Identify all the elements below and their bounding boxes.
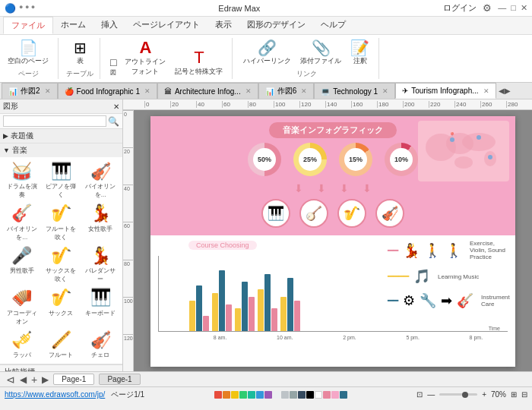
settings-icon[interactable]: ⚙ xyxy=(483,2,492,14)
shape-cello[interactable]: 🎻 チェロ xyxy=(81,329,119,361)
doc-tab-4[interactable]: 💻 Technology 1 ✕ xyxy=(314,83,395,99)
vertical-ruler: 0 20 40 60 80 100 120 xyxy=(123,110,134,371)
flute2-icon: 🪈 xyxy=(51,330,71,350)
swatch-gray[interactable] xyxy=(290,391,297,399)
view-icon-1[interactable]: ⊞ xyxy=(511,390,517,399)
swatch-silver[interactable] xyxy=(281,391,289,399)
swatch-white[interactable] xyxy=(315,391,322,399)
tab-help[interactable]: ヘルプ xyxy=(313,17,353,34)
shape-keyboard[interactable]: 🎹 キーボード xyxy=(81,286,119,326)
login-button[interactable]: ログイン xyxy=(443,2,477,14)
tab-file[interactable]: ファイル xyxy=(3,17,53,34)
page-nav-prev[interactable]: ◀ xyxy=(20,374,27,385)
tab-page-layout[interactable]: ページレイアウト xyxy=(125,17,207,34)
shape-trumpet[interactable]: 🎺 ラッパ xyxy=(3,329,41,361)
shape-button[interactable]: □ 図 xyxy=(108,55,119,78)
section-header-music[interactable]: ▼ 音楽 xyxy=(0,144,122,157)
swatch-green[interactable] xyxy=(239,391,247,399)
swatch-pink[interactable] xyxy=(323,391,331,399)
swatch-lightpink[interactable] xyxy=(331,391,339,399)
zoom-thumb xyxy=(462,392,468,398)
swatch-teal2[interactable] xyxy=(340,391,347,399)
swatch-black[interactable] xyxy=(306,391,314,399)
close-tab-0[interactable]: ✕ xyxy=(45,87,51,95)
instrument-sax: 🎷 xyxy=(337,199,366,228)
shape-icon: □ xyxy=(110,56,116,68)
panel-comparison[interactable]: 比較指標 xyxy=(0,365,122,371)
swatch-teal[interactable] xyxy=(248,391,255,399)
window-controls[interactable]: — □ ✕ xyxy=(498,3,527,13)
shape-male-singer[interactable]: 🎤 男性歌手 xyxy=(3,244,41,285)
section-header-title[interactable]: ▶ 表題儀 xyxy=(0,129,122,143)
shape-flute2[interactable]: 🪈 フルート xyxy=(43,329,81,361)
canvas-page[interactable]: 音楽インフォグラフィック 50% 25% 15% xyxy=(150,116,515,367)
search-input[interactable] xyxy=(3,115,106,127)
doc-tab-5[interactable]: ✈ Tourism Infograph... ✕ xyxy=(395,83,496,99)
zoom-slider[interactable] xyxy=(439,393,477,396)
page-tab-1[interactable]: Page-1 xyxy=(53,374,94,385)
doc-tab-1[interactable]: 🍎 Food Infographic 1 ✕ xyxy=(58,83,157,99)
group-insert: □ 図 A アウトラインフォント T 記号と特殊文字 xyxy=(108,38,233,79)
add-page-plus[interactable]: + xyxy=(31,374,37,386)
view-icon-2[interactable]: ⊟ xyxy=(521,390,527,399)
table-button[interactable]: ⊞ 表 xyxy=(68,39,91,68)
close-tab-1[interactable]: ✕ xyxy=(144,87,150,95)
swatch-red[interactable] xyxy=(214,391,222,399)
fit-page-icon[interactable]: ⊡ xyxy=(416,390,423,399)
swatch-purple[interactable] xyxy=(264,391,272,399)
shape-violin[interactable]: 🎻 バイオリンを... xyxy=(81,160,119,200)
annotation-button[interactable]: 📝 注釈 xyxy=(347,39,372,68)
male-singer-icon: 🎤 xyxy=(11,246,32,266)
close-tab-4[interactable]: ✕ xyxy=(382,87,388,95)
arrow-right-icon: ➡ xyxy=(441,292,452,309)
swatch-orange[interactable] xyxy=(223,391,230,399)
section-arrow-music: ▼ xyxy=(3,147,10,154)
page-tab-2[interactable]: Page-1 xyxy=(99,374,140,385)
maximize-icon[interactable]: □ xyxy=(511,3,516,13)
doc-tab-2[interactable]: 🏛 Architecture Infog... ✕ xyxy=(157,83,258,99)
new-page-button[interactable]: 📄 空白のページ xyxy=(5,39,52,68)
swatch-light[interactable] xyxy=(273,391,280,399)
add-page-button[interactable]: ⊲ xyxy=(6,374,15,386)
shape-violin2[interactable]: 🎸 バイオリンを... xyxy=(3,202,41,242)
shape-dancer[interactable]: 💃 バレダンサー xyxy=(81,244,119,285)
statusbar-url[interactable]: https://www.edrawsoft.com/jp/ xyxy=(5,390,105,399)
outline-font-button[interactable]: A アウトラインフォント xyxy=(122,38,169,78)
shape-piano[interactable]: 🎹 ピアノを弾く xyxy=(43,160,81,200)
hyperlink-icon: 🔗 xyxy=(258,40,277,55)
doc-tab-3[interactable]: 📊 作図6 ✕ xyxy=(258,83,315,99)
statusbar-right: ⊡ — + 70% ⊞ ⊟ xyxy=(416,390,527,399)
shape-sax2[interactable]: 🎷 サックス xyxy=(43,286,81,326)
tab-home[interactable]: ホーム xyxy=(53,17,93,34)
search-icon[interactable]: 🔍 xyxy=(108,116,119,127)
close-tab-3[interactable]: ✕ xyxy=(301,87,307,95)
hyperlink-button[interactable]: 🔗 ハイパーリンク xyxy=(240,39,294,68)
shape-accordion[interactable]: 🪗 アコーディオン xyxy=(3,286,41,326)
close-tab-5[interactable]: ✕ xyxy=(483,87,489,95)
doc-tab-0[interactable]: 📊 作図2 ✕ xyxy=(2,83,58,99)
swatch-darkblue[interactable] xyxy=(298,391,306,399)
zoom-in-icon[interactable]: + xyxy=(482,390,486,399)
page-nav-next[interactable]: ▶ xyxy=(42,374,49,385)
special-chars-button[interactable]: T 記号と特殊文字 xyxy=(172,48,226,78)
zoom-out-icon[interactable]: — xyxy=(427,390,435,399)
tab-shape-design[interactable]: 図形のデザイン xyxy=(239,17,313,34)
tab-view[interactable]: 表示 xyxy=(207,17,239,34)
shape-drums[interactable]: 🥁 ドラムを演奏 xyxy=(3,160,41,200)
swatch-blue[interactable] xyxy=(256,391,264,399)
swatch-yellow[interactable] xyxy=(231,391,239,399)
close-icon[interactable]: ✕ xyxy=(521,3,527,13)
right-side-icons: ━━ 💃 🚶 🚶 Exercise, Violin, Sound Practic… xyxy=(388,240,509,309)
tab-scroll-arrows[interactable]: ◀▶ xyxy=(496,87,513,95)
new-page-icon: 📄 xyxy=(19,40,38,55)
shape-female-singer[interactable]: 💃 女性歌手 xyxy=(81,202,119,242)
minimize-icon[interactable]: — xyxy=(498,3,506,13)
canvas-main[interactable]: 音楽インフォグラフィック 50% 25% 15% xyxy=(134,110,532,371)
shape-flute[interactable]: 🎷 フルートを吹く xyxy=(43,202,81,242)
attachment-button[interactable]: 📎 添付ファイル xyxy=(297,39,344,68)
panel-toggle[interactable]: ✕ xyxy=(113,102,119,111)
tab-insert[interactable]: 挿入 xyxy=(93,17,125,34)
shape-sax[interactable]: 🎷 サックスを吹く xyxy=(43,244,81,285)
close-tab-2[interactable]: ✕ xyxy=(245,87,252,95)
arrow-3: ⬇ xyxy=(340,182,349,194)
